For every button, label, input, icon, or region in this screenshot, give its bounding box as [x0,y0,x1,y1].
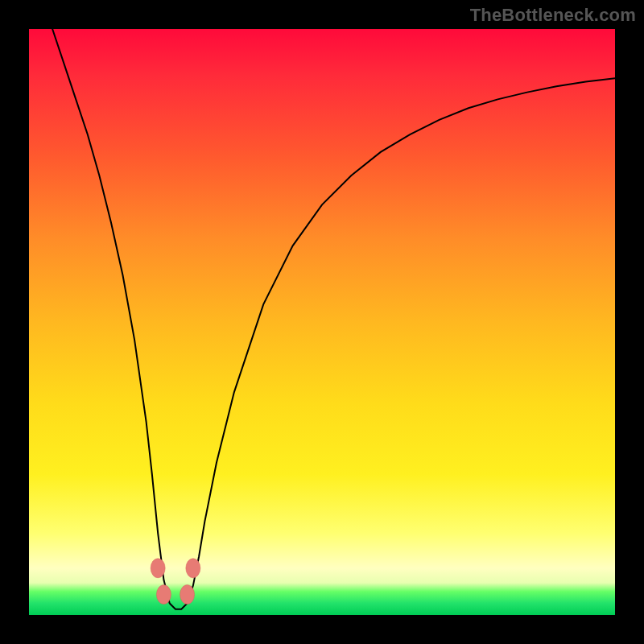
bead-group [151,559,200,605]
bead-left-lower [156,585,171,605]
plot-area [29,29,615,615]
bead-right-lower [180,585,195,605]
bead-right-upper [186,559,200,578]
curve-layer [29,29,615,615]
bottleneck-curve [52,29,615,609]
watermark-text: TheBottleneck.com [470,5,636,26]
bead-left-upper [151,559,165,578]
chart-frame: TheBottleneck.com [0,0,644,644]
